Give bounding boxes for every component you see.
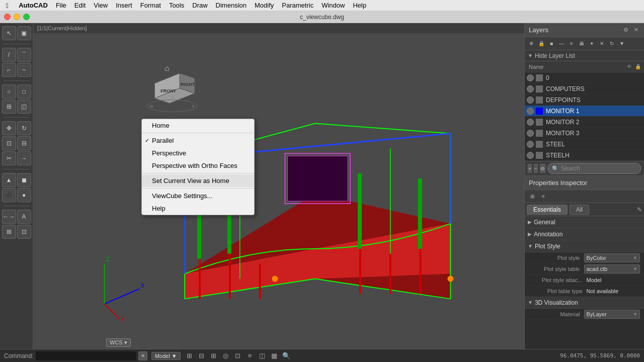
grid-icon[interactable]: ⊞	[185, 351, 195, 361]
menu-modify[interactable]: Modify	[251, 2, 278, 9]
layer-row-layer-defpoints[interactable]: DEFPOINTS	[525, 95, 644, 106]
material-dropdown[interactable]: ByLayer ▼	[584, 310, 640, 319]
tool-move[interactable]: ✥	[2, 121, 16, 135]
section-plot-style[interactable]: ▼ Plot Style	[525, 240, 644, 252]
layer-visibility-layer-monitor1[interactable]	[527, 108, 534, 115]
lt-filter-icon[interactable]: ▼	[617, 39, 626, 48]
props-icon-1[interactable]: ⊞	[528, 192, 537, 201]
tool-hatch[interactable]: ⊞	[2, 100, 16, 114]
tool-sphere[interactable]: ●	[17, 188, 31, 202]
ctx-item-perspective[interactable]: Perspective	[142, 147, 254, 159]
lt-plot-icon[interactable]: 🖶	[577, 39, 586, 48]
menu-parametric[interactable]: Parametric	[278, 2, 317, 9]
section-general[interactable]: ▶ General	[525, 216, 644, 228]
layer-visibility-layer-monitor2[interactable]	[527, 119, 534, 126]
layer-settings-button[interactable]: ⚙	[540, 164, 545, 173]
tab-all[interactable]: All	[570, 205, 589, 215]
layer-visibility-layer-0[interactable]	[527, 74, 534, 81]
command-input[interactable]	[36, 351, 136, 360]
tool-extrude[interactable]: ▲	[2, 173, 16, 187]
menu-autocad[interactable]: AutoCAD	[15, 2, 52, 9]
tool-circle[interactable]: ○	[2, 84, 16, 99]
ortho-icon[interactable]: ⊞	[209, 351, 219, 361]
tool-line[interactable]: /	[2, 48, 16, 62]
menu-format[interactable]: Format	[136, 2, 165, 9]
props-icon-2[interactable]: ≡	[539, 192, 548, 201]
transparency-icon[interactable]: ◫	[257, 351, 267, 361]
layer-visibility-layer-steelh[interactable]	[527, 152, 534, 159]
ctx-item-parallel[interactable]: ✓ Parallel	[142, 134, 254, 147]
plot-style-dropdown-1[interactable]: ByColor ▼	[584, 253, 640, 262]
tool-box[interactable]: ⬛	[2, 188, 16, 202]
snap-icon[interactable]: ⊟	[197, 351, 207, 361]
menu-window[interactable]: Window	[317, 2, 349, 9]
layer-row-layer-monitor2[interactable]: MONITOR 2	[525, 117, 644, 128]
minimize-button[interactable]	[14, 14, 20, 20]
tool-region[interactable]: ◫	[17, 100, 31, 114]
layers-settings-icon[interactable]: ⚙	[622, 26, 630, 34]
lt-freeze-icon[interactable]: ❄	[527, 39, 536, 48]
lt-new-icon[interactable]: ✦	[587, 39, 596, 48]
ctx-item-set-home[interactable]: Set Current View as Home	[142, 174, 254, 187]
ctx-item-help[interactable]: Help	[142, 202, 254, 215]
tool-polyline[interactable]: ⌐	[2, 63, 16, 77]
tool-trim[interactable]: ✂	[2, 151, 16, 165]
tool-spline[interactable]: ~	[17, 63, 31, 77]
ctx-item-viewcube-settings[interactable]: ViewCube Settings...	[142, 190, 254, 202]
menu-tools[interactable]: Tools	[165, 2, 188, 9]
lineweight-icon[interactable]: ≡	[245, 351, 255, 361]
select-icon[interactable]: ▦	[269, 351, 279, 361]
lt-refresh-icon[interactable]: ↻	[607, 39, 616, 48]
lt-lineweight-icon[interactable]: ≡	[567, 39, 576, 48]
apple-menu[interactable]: 	[6, 2, 9, 10]
close-button[interactable]	[4, 14, 11, 20]
wcs-label[interactable]: WCS ▾	[106, 338, 131, 347]
layer-add-button[interactable]: +	[528, 164, 532, 173]
props-edit-icon[interactable]: ✎	[637, 206, 642, 213]
canvas-area[interactable]: [1/1|Current|Hidden]	[33, 23, 524, 362]
layer-visibility-layer-defpoints[interactable]	[527, 97, 534, 104]
menu-dimension[interactable]: Dimension	[212, 2, 251, 9]
menu-draw[interactable]: Draw	[188, 2, 211, 9]
tool-nav2[interactable]: ▣	[17, 26, 31, 40]
layer-row-layer-monitor1[interactable]: MONITOR 1	[525, 106, 644, 117]
tool-extend[interactable]: →	[17, 151, 31, 165]
drawing-viewport[interactable]: X Z Y FRONT RIGHT ⌂ W E N	[33, 33, 524, 359]
tool-attribute[interactable]: ⊡	[17, 225, 31, 239]
tool-rect[interactable]: □	[17, 84, 31, 99]
tool-scale[interactable]: ⊡	[2, 136, 16, 150]
section-3d-viz[interactable]: ▼ 3D Visualization	[525, 297, 644, 309]
lt-lock-icon[interactable]: 🔒	[537, 39, 546, 48]
hide-layer-list[interactable]: ▼ Hide Layer List	[525, 50, 644, 61]
search-icon-status[interactable]: 🔍	[281, 351, 291, 361]
tool-nav1[interactable]: ↖	[2, 26, 16, 40]
tool-mirror[interactable]: ⊟	[17, 136, 31, 150]
menu-view[interactable]: View	[90, 2, 112, 9]
lt-linetype-icon[interactable]: —	[557, 39, 566, 48]
command-clear-button[interactable]: ✕	[138, 351, 147, 360]
layer-remove-button[interactable]: −	[534, 164, 538, 173]
plot-style-dropdown-2[interactable]: acad.ctb ▼	[584, 264, 640, 274]
layer-search-box[interactable]: 🔍	[547, 163, 641, 174]
menu-insert[interactable]: Insert	[112, 2, 136, 9]
lt-del-icon[interactable]: ✕	[597, 39, 606, 48]
tool-block[interactable]: ⊞	[2, 225, 16, 239]
otrack-icon[interactable]: ⊡	[233, 351, 243, 361]
layer-visibility-layer-steel[interactable]	[527, 141, 534, 148]
layer-row-layer-monitor3[interactable]: MONITOR 3	[525, 128, 644, 139]
menu-edit[interactable]: Edit	[70, 2, 90, 9]
tool-dim[interactable]: ←→	[2, 210, 16, 224]
menu-help[interactable]: Help	[349, 2, 370, 9]
layer-row-layer-computers[interactable]: COMPUTERS	[525, 83, 644, 95]
layer-visibility-layer-monitor3[interactable]	[527, 130, 534, 137]
menu-file[interactable]: File	[52, 2, 70, 9]
lt-color-icon[interactable]: ■	[547, 39, 556, 48]
polar-icon[interactable]: ◎	[221, 351, 231, 361]
section-annotation[interactable]: ▶ Annotation	[525, 228, 644, 240]
ctx-item-perspective-ortho[interactable]: Perspective with Ortho Faces	[142, 159, 254, 172]
tab-essentials[interactable]: Essentials	[527, 205, 568, 215]
maximize-button[interactable]	[23, 14, 30, 20]
layer-visibility-layer-computers[interactable]	[527, 85, 534, 93]
tool-solid[interactable]: ◼	[17, 173, 31, 187]
model-tab[interactable]: Model ▼	[151, 352, 181, 360]
